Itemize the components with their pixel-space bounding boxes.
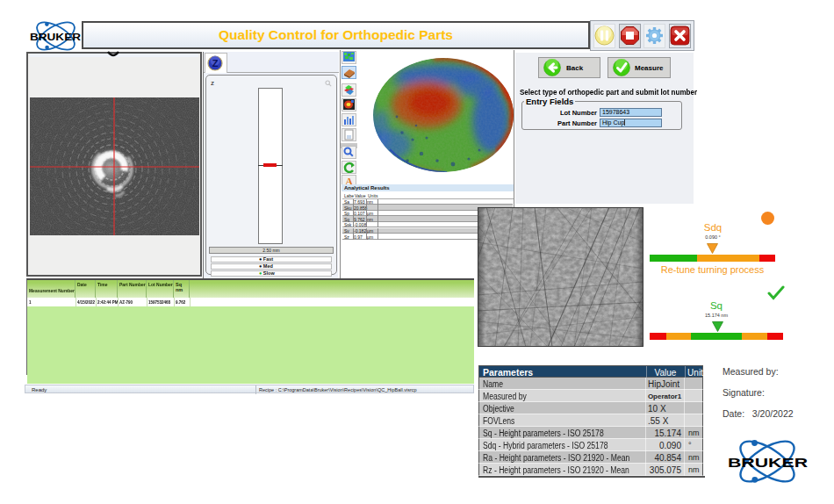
svg-text:Z: Z <box>212 58 219 68</box>
svg-text:BRUKER: BRUKER <box>728 455 808 470</box>
svg-text:BRUKER: BRUKER <box>30 32 82 42</box>
